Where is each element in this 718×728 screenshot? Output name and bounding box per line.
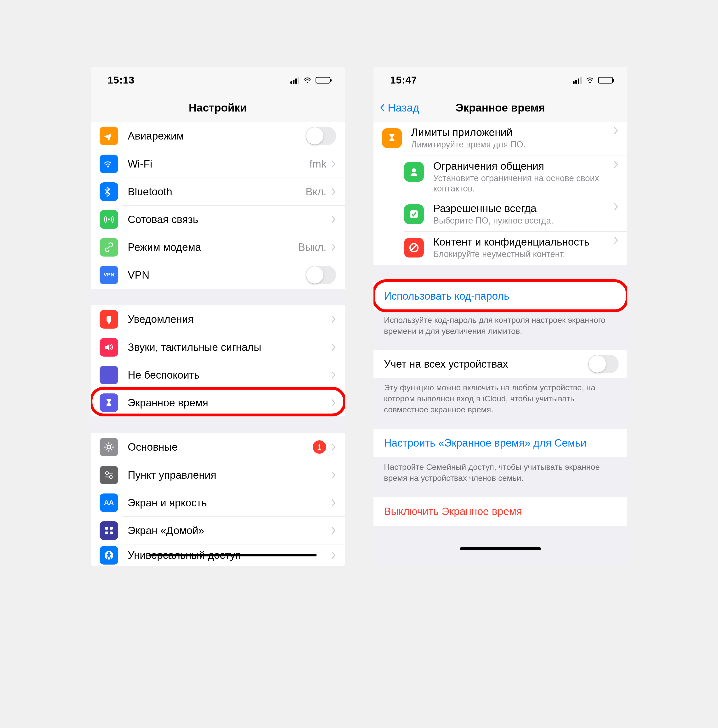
home-grid-icon bbox=[100, 521, 118, 540]
gear-icon bbox=[100, 438, 118, 456]
row-airplane[interactable]: Авиарежим bbox=[91, 122, 345, 150]
row-wifi[interactable]: Wi-Fi fmk bbox=[122, 150, 345, 177]
chevron-right-icon bbox=[331, 160, 336, 168]
row-label: Разрешенные всегда bbox=[433, 202, 613, 214]
screentime-screen: 15:47 Назад Экранное время Лимиты прилож… bbox=[374, 67, 627, 566]
signal-icon bbox=[291, 76, 299, 84]
back-button[interactable]: Назад bbox=[378, 101, 419, 114]
signal-icon bbox=[573, 76, 582, 84]
chevron-right-icon bbox=[331, 471, 336, 479]
row-dnd[interactable]: Не беспокоить bbox=[122, 361, 345, 388]
vpn-switch[interactable] bbox=[306, 266, 336, 284]
chevron-right-icon bbox=[331, 398, 336, 407]
notifications-icon bbox=[100, 310, 118, 329]
row-label: Учет на всех устройствах bbox=[384, 358, 588, 370]
row-label: Пункт управления bbox=[128, 469, 331, 481]
row-label: Экран и яркость bbox=[128, 497, 331, 509]
link-icon bbox=[100, 238, 118, 257]
chevron-right-icon bbox=[331, 551, 336, 560]
settings-group-1: Авиарежим Wi-Fi fmk Bluetooth Вкл. Сотов… bbox=[91, 122, 345, 289]
sounds-icon bbox=[100, 338, 118, 356]
row-sublabel: Выберите ПО, нужное всегда. bbox=[433, 216, 613, 226]
chevron-right-icon bbox=[331, 499, 336, 507]
home-indicator[interactable] bbox=[460, 547, 541, 550]
contact-icon bbox=[404, 162, 424, 182]
wifi-status-icon bbox=[585, 76, 595, 84]
svg-point-29 bbox=[307, 82, 308, 83]
turnoff-group: Выключить Экранное время bbox=[374, 497, 627, 526]
battery-icon bbox=[315, 77, 331, 84]
row-screentime[interactable]: Экранное время bbox=[122, 388, 345, 416]
wifi-status-icon bbox=[303, 76, 312, 84]
navbar: Настройки bbox=[91, 93, 345, 122]
row-control-center[interactable]: Пункт управления bbox=[122, 461, 345, 489]
row-app-limits[interactable]: Лимиты приложений Лимитируйте время для … bbox=[374, 122, 627, 156]
row-cellular[interactable]: Сотовая связь bbox=[122, 205, 345, 233]
row-label: Лимиты приложений bbox=[411, 126, 613, 138]
row-sounds[interactable]: Звуки, тактильные сигналы bbox=[122, 333, 345, 361]
chevron-right-icon bbox=[613, 126, 618, 135]
chevron-right-icon bbox=[331, 187, 336, 196]
row-comm-limits[interactable]: Ограничения общения Установите ограничен… bbox=[404, 156, 627, 198]
check-shield-icon bbox=[404, 204, 424, 224]
battery-icon bbox=[598, 77, 613, 84]
row-value: fmk bbox=[309, 158, 326, 170]
row-bluetooth[interactable]: Bluetooth Вкл. bbox=[122, 177, 345, 205]
status-bar: 15:13 bbox=[91, 67, 345, 93]
airplane-icon bbox=[100, 127, 118, 145]
status-bar: 15:47 bbox=[374, 67, 627, 93]
share-footer: Эту функцию можно включить на любом устр… bbox=[374, 378, 627, 415]
row-share-across[interactable]: Учет на всех устройствах bbox=[374, 350, 627, 378]
row-label: Экранное время bbox=[128, 397, 331, 409]
share-group: Учет на всех устройствах bbox=[374, 350, 627, 378]
settings-screen: 15:13 Настройки Авиарежим Wi-Fi fmk Blue… bbox=[91, 67, 345, 566]
row-accessibility[interactable]: Универсальный доступ bbox=[122, 544, 345, 566]
row-hotspot[interactable]: Режим модема Выкл. bbox=[122, 233, 345, 261]
row-always-allowed[interactable]: Разрешенные всегда Выберите ПО, нужное в… bbox=[404, 198, 627, 231]
back-label: Назад bbox=[388, 101, 419, 114]
page-title: Настройки bbox=[189, 101, 247, 114]
row-label: Не беспокоить bbox=[128, 369, 331, 381]
hourglass-icon bbox=[100, 393, 118, 412]
airplane-switch[interactable] bbox=[306, 127, 336, 145]
row-notifications[interactable]: Уведомления bbox=[91, 305, 345, 333]
row-home[interactable]: Экран «Домой» bbox=[122, 517, 345, 544]
row-label: Контент и конфиденциальность bbox=[433, 236, 613, 248]
status-icons bbox=[573, 76, 613, 84]
passcode-group: Использовать код-пароль bbox=[374, 282, 627, 310]
family-group: Настроить «Экранное время» для Семьи bbox=[374, 428, 627, 457]
page-title: Экранное время bbox=[456, 101, 545, 114]
row-sublabel: Блокируйте неуместный контент. bbox=[433, 249, 613, 259]
row-label: Экран «Домой» bbox=[128, 525, 331, 537]
badge: 1 bbox=[313, 440, 326, 454]
chevron-right-icon bbox=[331, 243, 336, 251]
row-label: Wi-Fi bbox=[128, 158, 309, 170]
chevron-right-icon bbox=[331, 215, 336, 224]
screentime-group-top: Лимиты приложений Лимитируйте время для … bbox=[374, 122, 627, 265]
chevron-right-icon bbox=[613, 202, 618, 211]
row-label: Ограничения общения bbox=[433, 160, 613, 172]
use-passcode-button[interactable]: Использовать код-пароль bbox=[374, 282, 627, 310]
no-sign-icon bbox=[404, 238, 424, 257]
text-size-icon bbox=[100, 494, 118, 512]
wifi-icon bbox=[100, 154, 118, 173]
row-sublabel: Лимитируйте время для ПО. bbox=[411, 139, 613, 150]
row-value: Вкл. bbox=[306, 186, 326, 198]
share-switch[interactable] bbox=[588, 355, 618, 373]
row-label: Режим модема bbox=[128, 241, 298, 253]
setup-family-button[interactable]: Настроить «Экранное время» для Семьи bbox=[374, 428, 627, 457]
row-display[interactable]: Экран и яркость bbox=[122, 489, 345, 517]
chevron-right-icon bbox=[613, 160, 618, 169]
row-label: Звуки, тактильные сигналы bbox=[128, 341, 331, 353]
switches-icon bbox=[100, 466, 118, 484]
row-content[interactable]: Контент и конфиденциальность Блокируйте … bbox=[404, 231, 627, 265]
row-vpn[interactable]: VPN bbox=[122, 261, 345, 289]
status-icons bbox=[291, 76, 331, 84]
navbar: Назад Экранное время bbox=[374, 93, 627, 122]
chevron-right-icon bbox=[331, 315, 336, 324]
row-general[interactable]: Основные 1 bbox=[91, 433, 345, 461]
chevron-right-icon bbox=[331, 526, 336, 535]
row-label: Сотовая связь bbox=[128, 214, 331, 225]
turn-off-button[interactable]: Выключить Экранное время bbox=[374, 497, 627, 526]
vpn-icon bbox=[100, 266, 118, 284]
